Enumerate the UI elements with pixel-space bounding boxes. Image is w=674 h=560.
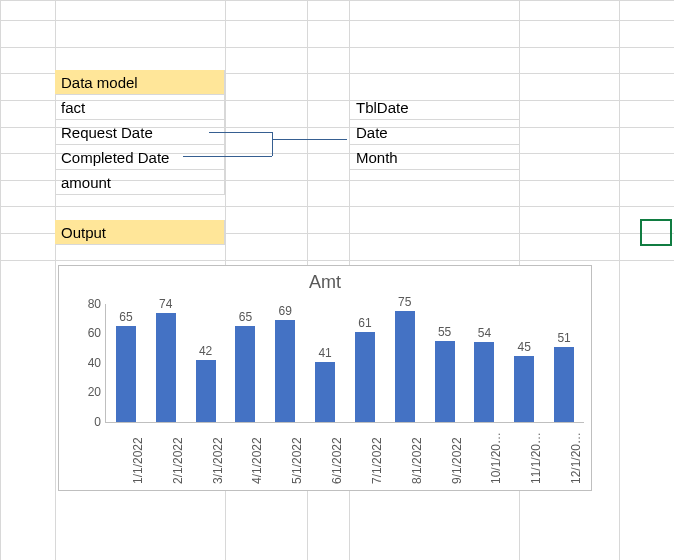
data-label: 65 (228, 310, 262, 324)
data-label: 55 (428, 325, 462, 339)
connector-line (183, 156, 272, 157)
x-tick-label: 2/1/2022 (171, 424, 185, 484)
date-label: Date (350, 120, 520, 145)
x-tick-label: 11/1/20… (529, 424, 543, 484)
x-tick-label: 1/1/2022 (131, 424, 145, 484)
chart-bar: 69 (275, 304, 295, 422)
chart-bar: 61 (355, 304, 375, 422)
data-label: 51 (547, 331, 581, 345)
chart-bar: 75 (395, 304, 415, 422)
x-tick-label: 12/1/20… (569, 424, 583, 484)
x-tick-label: 10/1/20… (489, 424, 503, 484)
completed-date-label: Completed Date (55, 145, 225, 170)
x-tick-label: 8/1/2022 (410, 424, 424, 484)
request-date-label: Request Date (55, 120, 225, 145)
output-header: Output (55, 220, 225, 245)
x-tick-label: 7/1/2022 (370, 424, 384, 484)
connector-line (272, 132, 273, 156)
data-label: 69 (268, 304, 302, 318)
data-label: 42 (189, 344, 223, 358)
y-tick-label: 40 (69, 356, 101, 370)
x-tick-label: 3/1/2022 (211, 424, 225, 484)
chart-title: Amt (59, 266, 591, 296)
data-model-header: Data model (55, 70, 225, 95)
overlay-layer: Data model fact Request Date Completed D… (0, 0, 674, 560)
fact-label: fact (55, 95, 225, 120)
y-tick-label: 60 (69, 326, 101, 340)
x-tick-label: 6/1/2022 (330, 424, 344, 484)
y-tick-label: 0 (69, 415, 101, 429)
chart-bar: 65 (116, 304, 136, 422)
data-label: 75 (388, 295, 422, 309)
chart-bar: 74 (156, 304, 176, 422)
data-label: 54 (467, 326, 501, 340)
data-label: 74 (149, 297, 183, 311)
chart-bar: 54 (474, 304, 494, 422)
y-tick-label: 80 (69, 297, 101, 311)
active-cell-cursor[interactable] (640, 219, 672, 246)
chart-bar: 42 (196, 304, 216, 422)
data-label: 61 (348, 316, 382, 330)
y-tick-label: 20 (69, 385, 101, 399)
month-label: Month (350, 145, 520, 170)
chart-bar: 55 (435, 304, 455, 422)
tbldate-label: TblDate (350, 95, 520, 120)
data-label: 45 (507, 340, 541, 354)
chart-plot-area: 657442656941617555544551 (105, 304, 584, 423)
chart-bar: 41 (315, 304, 335, 422)
amount-label: amount (55, 170, 225, 195)
x-tick-label: 4/1/2022 (250, 424, 264, 484)
connector-line (272, 139, 347, 140)
x-tick-label: 5/1/2022 (290, 424, 304, 484)
x-tick-label: 9/1/2022 (450, 424, 464, 484)
chart-bar: 45 (514, 304, 534, 422)
connector-line (209, 132, 272, 133)
data-label: 41 (308, 346, 342, 360)
data-label: 65 (109, 310, 143, 324)
chart-container[interactable]: Amt 0 20 40 60 80 6574426569416175555445… (58, 265, 592, 491)
chart-bar: 51 (554, 304, 574, 422)
chart-bar: 65 (235, 304, 255, 422)
